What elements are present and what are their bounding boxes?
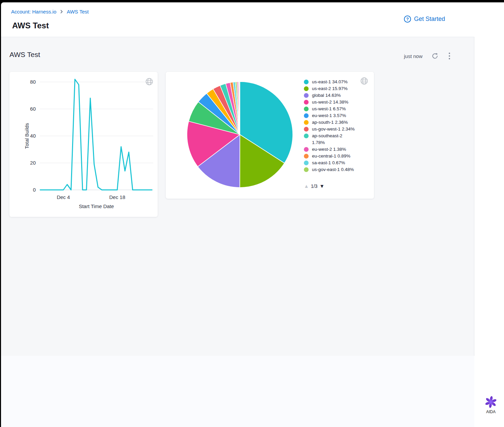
svg-text:40: 40	[30, 133, 36, 139]
legend-label: us-west-2 14.38%	[312, 99, 356, 106]
globe-icon	[145, 77, 154, 87]
legend-swatch	[304, 147, 309, 152]
legend-label: eu-west-2 1.38%	[312, 146, 356, 153]
legend-swatch	[304, 80, 309, 84]
svg-text:20: 20	[30, 160, 36, 166]
legend-swatch	[304, 120, 309, 125]
pie-chart-svg	[166, 72, 314, 199]
dashboard-canvas: AWS Test just now	[1, 37, 474, 356]
legend-label: us-west-1 6.57%	[312, 106, 356, 112]
legend-item-eu-west-1[interactable]: eu-west-1 3.57%	[304, 112, 366, 119]
page-content: Account: Harness.io AWS Test AWS Test ? …	[1, 2, 504, 427]
legend-swatch	[304, 154, 309, 159]
help-icon: ?	[404, 16, 411, 23]
svg-text:0: 0	[33, 187, 36, 193]
app-top-edge	[0, 0, 504, 2]
refresh-icon	[431, 52, 439, 60]
refresh-button[interactable]	[431, 52, 439, 60]
svg-text:Dec 18: Dec 18	[109, 194, 125, 200]
legend-item-us-west-1[interactable]: us-west-1 6.57%	[304, 106, 366, 112]
legend-item-us-east-2[interactable]: us-east-2 15.97%	[304, 85, 366, 92]
aida-assistant-button[interactable]: AIDA	[483, 395, 499, 414]
line-chart-svg: 020406080Dec 4Dec 18Start Time DateTotal…	[9, 72, 158, 217]
pie-legend: us-east-1 34.07%us-east-2 15.97%global 1…	[304, 79, 366, 173]
legend-item-us-gov-west-1[interactable]: us-gov-west-1 2.34%	[304, 126, 366, 133]
dashboard-meta: just now	[404, 51, 451, 61]
legend-swatch	[304, 167, 309, 172]
breadcrumb-page-link[interactable]: AWS Test	[67, 9, 89, 15]
legend-swatch	[304, 100, 309, 105]
legend-swatch	[304, 107, 309, 111]
svg-text:Start Time Date: Start Time Date	[79, 203, 114, 209]
legend-page-indicator: 1/3	[311, 183, 317, 189]
dashboard-menu-button[interactable]	[447, 51, 451, 61]
svg-text:80: 80	[30, 79, 36, 85]
total-builds-tile: 020406080Dec 4Dec 18Start Time DateTotal…	[9, 72, 158, 217]
page-footer-area	[1, 356, 474, 427]
last-refreshed-text: just now	[404, 53, 422, 59]
legend-label: ap-southeast-2 1.78%	[312, 133, 356, 146]
legend-item-us-east-1[interactable]: us-east-1 34.07%	[304, 79, 366, 85]
svg-text:Dec 4: Dec 4	[57, 194, 70, 200]
legend-page-up-icon[interactable]: ▲	[304, 183, 309, 189]
legend-item-us-gov-east-1[interactable]: us-gov-east-1 0.48%	[304, 166, 366, 173]
legend-label: us-east-1 34.07%	[312, 79, 356, 85]
legend-pagination: ▲ 1/3 ▼	[304, 183, 324, 189]
legend-label: ap-south-1 2.36%	[312, 119, 356, 126]
legend-item-eu-west-2[interactable]: eu-west-2 1.38%	[304, 146, 366, 153]
legend-swatch	[304, 161, 309, 165]
get-started-label: Get Started	[414, 16, 445, 23]
chevron-right-icon	[60, 10, 63, 13]
legend-label: global 14.63%	[312, 92, 356, 99]
breadcrumb-account-link[interactable]: Account: Harness.io	[11, 9, 56, 15]
aida-flower-icon	[484, 395, 497, 408]
legend-swatch	[304, 86, 309, 91]
legend-page-down-icon[interactable]: ▼	[319, 183, 324, 189]
svg-text:Total Builds: Total Builds	[24, 123, 30, 149]
get-started-link[interactable]: ? Get Started	[404, 16, 445, 23]
legend-item-sa-east-1[interactable]: sa-east-1 0.67%	[304, 160, 366, 166]
breadcrumb: Account: Harness.io AWS Test	[11, 9, 89, 15]
legend-swatch	[304, 113, 309, 118]
legend-label: eu-west-1 3.57%	[312, 112, 356, 119]
legend-label: sa-east-1 0.67%	[312, 160, 356, 166]
legend-item-ap-south-1[interactable]: ap-south-1 2.36%	[304, 119, 366, 126]
legend-item-global[interactable]: global 14.63%	[304, 92, 366, 99]
regions-pie-tile: us-east-1 34.07%us-east-2 15.97%global 1…	[166, 72, 374, 199]
legend-swatch	[304, 127, 309, 132]
legend-item-us-west-2[interactable]: us-west-2 14.38%	[304, 99, 366, 106]
aida-label: AIDA	[486, 409, 496, 414]
legend-swatch	[304, 93, 309, 98]
page-title: AWS Test	[12, 21, 49, 30]
legend-swatch	[304, 134, 309, 138]
legend-label: us-gov-east-1 0.48%	[312, 166, 356, 173]
legend-label: us-gov-west-1 2.34%	[312, 126, 356, 133]
dashboard-title: AWS Test	[9, 51, 40, 59]
legend-item-ap-southeast-2[interactable]: ap-southeast-2 1.78%	[304, 133, 366, 146]
legend-item-eu-central-1[interactable]: eu-central-1 0.89%	[304, 153, 366, 160]
legend-label: us-east-2 15.97%	[312, 85, 356, 92]
legend-label: eu-central-1 0.89%	[312, 153, 356, 160]
svg-text:60: 60	[30, 106, 36, 112]
